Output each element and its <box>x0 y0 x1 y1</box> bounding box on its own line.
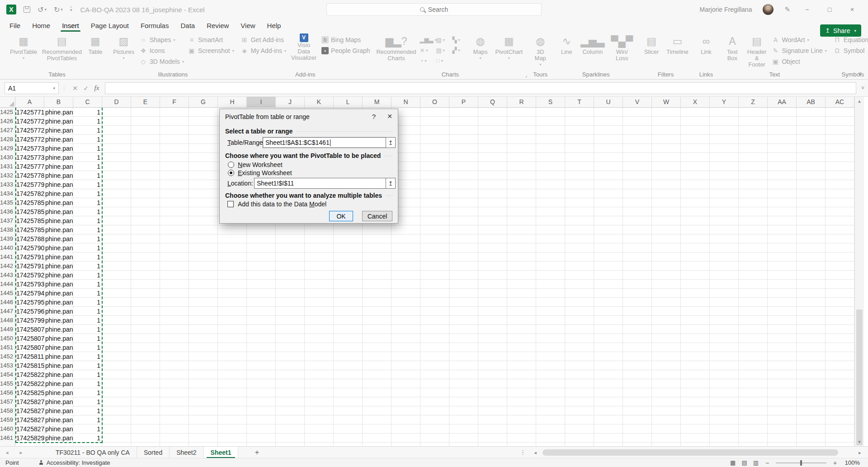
undo-button[interactable]: ↺▾ <box>38 5 47 14</box>
ribbon-smartart-button[interactable]: ≡SmartArt <box>188 35 234 44</box>
cell-a[interactable]: 174258151 <box>15 361 44 370</box>
column-header-aa[interactable]: AA <box>768 97 797 107</box>
ribbon-timeline-button[interactable]: ▭Timeline <box>665 33 690 56</box>
cell-c[interactable]: 1 <box>73 171 102 180</box>
cell-b[interactable]: phine.paniz <box>44 225 73 234</box>
row-header-1446[interactable]: 1446 <box>0 298 13 307</box>
row-header-1445[interactable]: 1445 <box>0 289 13 298</box>
cell-b[interactable]: phine.paniz <box>44 298 73 307</box>
row-header-1426[interactable]: 1426 <box>0 117 13 126</box>
cell-b[interactable]: phine.paniz <box>44 325 73 334</box>
cell-a[interactable]: 174258220 <box>15 370 44 379</box>
column-header-r[interactable]: R <box>507 97 536 107</box>
cell-b[interactable]: phine.paniz <box>44 198 73 207</box>
ribbon-column-chart-icon-button[interactable]: ▂▆▃▾ <box>420 35 434 45</box>
ribbon-maps-button[interactable]: ◍Maps▾ <box>471 33 491 62</box>
table-range-picker-button[interactable]: ↥ <box>386 137 396 148</box>
ribbon-recommended-charts-button[interactable]: ▆▂?Recommended Charts <box>377 33 416 62</box>
column-header-h[interactable]: H <box>218 97 247 107</box>
ribbon-table-button[interactable]: ▦Table <box>85 33 105 56</box>
column-header-ab[interactable]: AB <box>797 97 826 107</box>
row-header-1438[interactable]: 1438 <box>0 225 13 234</box>
ribbon-wordart-button[interactable]: AWordArt▾ <box>771 35 826 44</box>
cell-a[interactable]: 174257722 <box>15 117 44 126</box>
add-sheet-button[interactable]: + <box>249 447 264 458</box>
ribbon-3d-map-button[interactable]: ◍3D Map▾ <box>530 33 550 68</box>
expand-formula-bar-button[interactable]: ˅ <box>861 85 864 91</box>
ribbon-waterfall-chart-icon-button[interactable]: ▚▾ <box>453 35 467 45</box>
menu-tab-home[interactable]: Home <box>26 19 56 32</box>
ribbon-symbol-button[interactable]: ΩSymbol <box>833 46 868 55</box>
location-input[interactable]: Sheet1!$I$11 <box>254 178 386 189</box>
table-range-input[interactable]: Sheet1!$A$1:$C$1461 <box>263 137 386 148</box>
cell-c[interactable]: 1 <box>73 162 102 171</box>
ribbon-pie-chart-icon-button[interactable]: ◔▾ <box>420 56 434 66</box>
cell-c[interactable]: 1 <box>73 117 102 126</box>
row-header-1435[interactable]: 1435 <box>0 198 13 207</box>
column-header-v[interactable]: V <box>623 97 652 107</box>
column-header-y[interactable]: Y <box>710 97 739 107</box>
cell-a[interactable]: 174257795 <box>15 180 44 189</box>
insert-function-button[interactable]: fx <box>91 84 102 92</box>
cell-a[interactable]: 174257914 <box>15 253 44 262</box>
cell-c[interactable]: 1 <box>73 361 102 370</box>
location-picker-button[interactable]: ↥ <box>386 178 396 189</box>
cell-a[interactable]: 174257937 <box>15 280 44 289</box>
cell-c[interactable]: 1 <box>73 271 102 280</box>
cell-b[interactable]: phine.paniz <box>44 135 73 144</box>
row-header-1436[interactable]: 1436 <box>0 207 13 216</box>
sheet-tab-sheet1[interactable]: Sheet1 <box>204 447 239 458</box>
page-layout-view-button[interactable]: ▤ <box>741 459 747 466</box>
search-input[interactable]: Search <box>326 3 542 16</box>
column-header-i[interactable]: I <box>247 97 276 107</box>
column-header-z[interactable]: Z <box>739 97 768 107</box>
cell-c[interactable]: 1 <box>73 153 102 162</box>
cell-a[interactable]: 174257962 <box>15 307 44 316</box>
column-header-x[interactable]: X <box>681 97 710 107</box>
row-header-1434[interactable]: 1434 <box>0 189 13 198</box>
row-header-1443[interactable]: 1443 <box>0 271 13 280</box>
cell-a[interactable]: 174257852 <box>15 198 44 207</box>
cell-b[interactable]: phine.paniz <box>44 108 73 117</box>
ribbon-recommended-pivottables-button[interactable]: ▤Recommended PivotTables <box>42 33 82 62</box>
row-header-1450[interactable]: 1450 <box>0 334 13 343</box>
ribbon-line-button[interactable]: ∿Line <box>557 33 576 56</box>
zoom-in-button[interactable]: + <box>832 459 838 467</box>
cell-a[interactable]: 174258278 <box>15 424 44 434</box>
zoom-slider-thumb[interactable] <box>800 460 802 466</box>
ribbon-object-button[interactable]: ▣Object <box>771 57 826 66</box>
cell-c[interactable]: 1 <box>73 225 102 234</box>
page-break-view-button[interactable]: ▥ <box>753 459 759 466</box>
name-box[interactable]: A1 ▾ <box>5 82 59 94</box>
row-header-1442[interactable]: 1442 <box>0 262 13 271</box>
ribbon-line-chart-icon-button[interactable]: ✕▾ <box>420 46 434 55</box>
cell-a[interactable]: 174258113 <box>15 352 44 361</box>
ribbon-column-button[interactable]: ▂▅▃Column <box>580 33 605 56</box>
cell-b[interactable]: phine.paniz <box>44 171 73 180</box>
cell-a[interactable]: 174257855 <box>15 216 44 225</box>
ribbon-header-footer-button[interactable]: ▤Header & Footer <box>746 33 768 68</box>
cell-c[interactable]: 1 <box>73 424 102 434</box>
row-header-1427[interactable]: 1427 <box>0 126 13 135</box>
ribbon-scatter-chart-icon-button[interactable]: ∷▾ <box>436 56 451 66</box>
cell-a[interactable]: 174258272 <box>15 397 44 406</box>
column-header-c[interactable]: C <box>73 97 102 107</box>
cell-a[interactable]: 174257857 <box>15 225 44 234</box>
collapse-ribbon-button[interactable]: ˅ <box>858 71 862 465</box>
ribbon-bar-chart-icon-button[interactable]: ▤▾ <box>436 46 451 55</box>
menu-tab-view[interactable]: View <box>235 19 261 32</box>
column-header-l[interactable]: L <box>334 97 363 107</box>
cell-b[interactable]: phine.paniz <box>44 397 73 406</box>
row-header-1453[interactable]: 1453 <box>0 361 13 370</box>
ribbon-combo-chart-icon-button[interactable]: ▞▾ <box>453 46 467 55</box>
ribbon-3d-models-button[interactable]: ◇3D Models▾ <box>139 57 184 66</box>
cell-c[interactable]: 1 <box>73 334 102 343</box>
column-header-e[interactable]: E <box>131 97 160 107</box>
ribbon-hierarchy-chart-icon-button[interactable]: ▧▾ <box>436 35 451 45</box>
ribbon-bing-maps-button[interactable]: bBing Maps <box>321 35 370 44</box>
cell-c[interactable]: 1 <box>73 280 102 289</box>
existing-worksheet-radio[interactable] <box>228 170 234 176</box>
menu-tab-help[interactable]: Help <box>261 19 287 32</box>
maximize-button[interactable]: □ <box>824 6 835 13</box>
ribbon-link-button[interactable]: ∞Link <box>696 33 716 56</box>
